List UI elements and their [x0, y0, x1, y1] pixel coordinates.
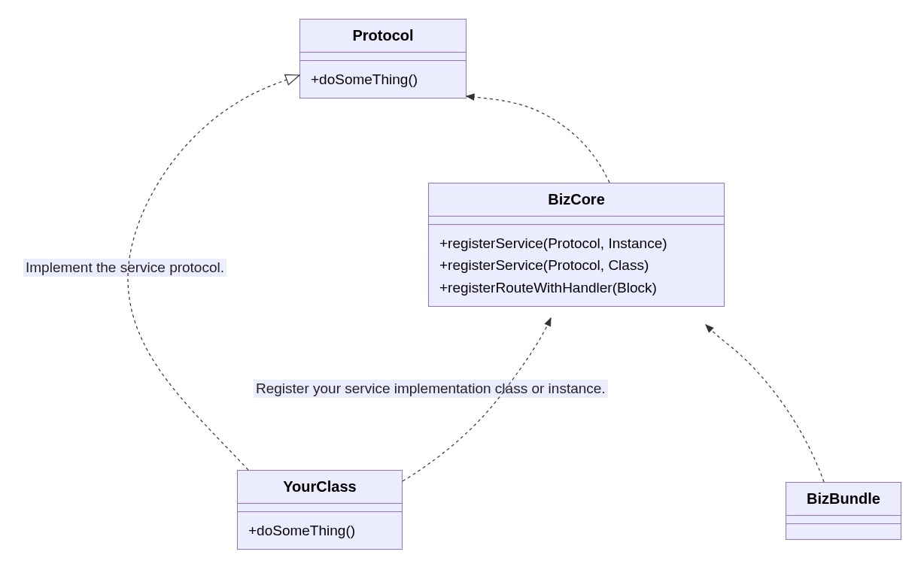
class-bizcore-title: BizCore — [429, 183, 724, 217]
edge-yourclass-bizcore — [403, 318, 551, 481]
class-bizcore-method-2: +registerRouteWithHandler(Block) — [439, 277, 713, 299]
label-register: Register your service implementation cla… — [254, 380, 608, 398]
class-bizbundle-title: BizBundle — [786, 483, 901, 516]
class-yourclass-methods: +doSomeThing() — [238, 512, 402, 549]
class-bizcore-method-0: +registerService(Protocol, Instance) — [439, 232, 713, 254]
class-yourclass-attrs — [238, 504, 402, 512]
class-protocol-title: Protocol — [300, 20, 466, 53]
class-bizcore: BizCore +registerService(Protocol, Insta… — [428, 183, 725, 307]
edge-bizcore-protocol — [467, 96, 609, 183]
class-bizcore-methods: +registerService(Protocol, Instance) +re… — [429, 225, 724, 306]
class-yourclass-method: +doSomeThing() — [248, 520, 391, 541]
class-protocol-attrs — [300, 53, 466, 61]
class-bizbundle: BizBundle — [786, 482, 901, 540]
class-protocol-methods: +doSomeThing() — [300, 61, 466, 98]
class-protocol-method: +doSomeThing() — [311, 68, 455, 90]
class-bizcore-attrs — [429, 217, 724, 225]
class-yourclass: YourClass +doSomeThing() — [237, 470, 403, 550]
class-bizcore-method-1: +registerService(Protocol, Class) — [439, 254, 713, 276]
edge-bizbundle-bizcore — [706, 325, 824, 482]
class-protocol: Protocol +doSomeThing() — [299, 19, 467, 99]
label-implement: Implement the service protocol. — [23, 259, 226, 277]
class-yourclass-title: YourClass — [238, 471, 402, 504]
class-bizbundle-methods — [786, 524, 901, 539]
class-bizbundle-attrs — [786, 516, 901, 524]
